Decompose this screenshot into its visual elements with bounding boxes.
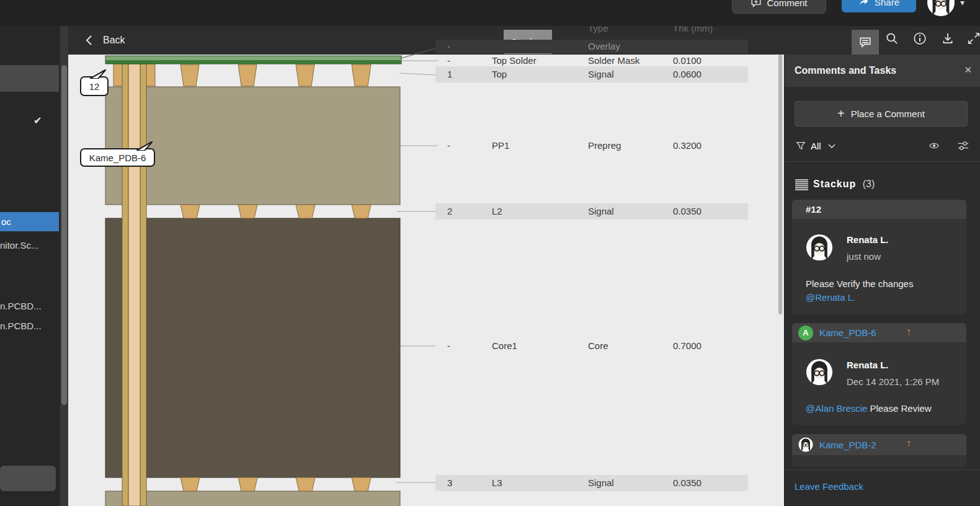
- cell-layer-num: -: [447, 40, 450, 53]
- avatar: [806, 234, 833, 261]
- avatar: [798, 437, 813, 452]
- stackup-section-header[interactable]: Stackup (3): [813, 179, 875, 190]
- cell-layer-type: Signal: [588, 66, 614, 82]
- comment-icon: [858, 35, 872, 49]
- share-button[interactable]: Share: [842, 0, 916, 12]
- cell-layer-type: Signal: [588, 203, 614, 220]
- stackup-cross-section: [68, 55, 780, 506]
- sidebar-scrollbar-thumb[interactable]: [61, 65, 67, 405]
- cell-layer-thk: 0.0350: [673, 203, 702, 220]
- back-label: Back: [103, 35, 125, 46]
- comment-author: Renata L.: [847, 234, 889, 245]
- document-sidebar: ✔ oc nitor.Sc... n.PCBD... n.PCBD...: [0, 26, 68, 506]
- stackup-viewer-canvas[interactable]: [68, 55, 780, 506]
- comment-marker-kame-pdb-6[interactable]: Kame_PDB-6: [80, 148, 155, 167]
- cell-layer-name: Core1: [492, 338, 517, 354]
- document-link[interactable]: Kame_PDB-6: [819, 327, 876, 338]
- chevron-down-icon[interactable]: [828, 144, 835, 149]
- table-row[interactable]: - PP1 Prepreg 0.3200: [435, 138, 748, 154]
- app-window: Back Type Thk (mm) Stackup - Overlay - T…: [0, 0, 980, 506]
- filter-icon[interactable]: [795, 140, 806, 151]
- table-row[interactable]: 1 Top Signal 0.0600: [435, 66, 748, 82]
- cell-layer-num: -: [447, 138, 450, 154]
- resize-icon[interactable]: [967, 32, 980, 45]
- sidebar-bottom-button[interactable]: [0, 466, 56, 491]
- comment-marker-label: 12: [89, 81, 100, 92]
- comments-panel-header: Comments and Tasks ✕: [785, 55, 980, 87]
- avatar: [806, 358, 833, 386]
- table-row[interactable]: 2 L2 Signal 0.0350: [435, 203, 748, 220]
- leader-lines: [396, 61, 438, 482]
- cell-layer-thk: 0.7000: [673, 338, 702, 354]
- sidebar-item[interactable]: n.PCBD...: [0, 321, 42, 331]
- callout-tail: [90, 69, 106, 79]
- cell-layer-name: L3: [492, 475, 502, 491]
- comment-message: Please Review: [870, 403, 931, 414]
- arrow-up-icon[interactable]: ↑: [906, 326, 911, 337]
- via-barrel: [122, 64, 146, 506]
- cell-layer-num: 1: [447, 66, 452, 82]
- leave-feedback-link[interactable]: Leave Feedback: [795, 481, 863, 492]
- table-row[interactable]: - Overlay: [435, 40, 748, 53]
- divider: [785, 469, 980, 470]
- cell-layer-thk: 0.0350: [673, 475, 702, 491]
- comment-button-label: Comment: [767, 0, 807, 8]
- info-icon[interactable]: [913, 32, 927, 45]
- cell-layer-type: Prepreg: [588, 138, 621, 154]
- cell-layer-type: Signal: [588, 475, 614, 491]
- search-icon[interactable]: [885, 32, 899, 45]
- cell-layer-type: Overlay: [588, 40, 620, 53]
- place-comment-button[interactable]: + Place a Comment: [795, 101, 968, 126]
- comment-button[interactable]: Comment: [732, 0, 826, 14]
- mention-link[interactable]: @Renata L.: [806, 292, 855, 303]
- panel-title: Comments and Tasks: [795, 55, 896, 87]
- comment-card: A Kame_PDB-6 ↑ Renata L. Dec 14 2021, 1:…: [792, 323, 966, 425]
- cell-layer-thk: 0.3200: [673, 138, 702, 154]
- comment-card-header[interactable]: #12: [792, 200, 966, 219]
- callout-tail: [136, 141, 153, 151]
- back-button[interactable]: Back: [86, 26, 125, 55]
- download-icon[interactable]: [941, 32, 955, 45]
- cell-layer-num: -: [447, 338, 450, 354]
- cell-layer-num: 2: [447, 203, 452, 220]
- place-comment-label: Place a Comment: [851, 109, 925, 119]
- stackup-section-icon: [795, 179, 808, 191]
- comment-marker-12[interactable]: 12: [80, 76, 109, 96]
- filter-dropdown[interactable]: All: [811, 141, 821, 151]
- mention-link[interactable]: @Alan Brescie: [806, 403, 867, 414]
- sidebar-item-active[interactable]: oc: [0, 212, 59, 231]
- comment-time: Dec 14 2021, 1:26 PM: [847, 376, 939, 387]
- sidebar-item[interactable]: n.PCBD...: [0, 301, 42, 311]
- comments-panel: Comments and Tasks ✕ + Place a Comment A…: [784, 55, 980, 506]
- chevron-left-icon: [86, 35, 93, 46]
- cell-layer-name: Top: [492, 66, 507, 82]
- canvas-vertical-scrollbar[interactable]: [778, 55, 782, 314]
- comment-card-header[interactable]: Kame_PDB-2 ↑: [792, 434, 966, 455]
- arrow-up-icon[interactable]: ↑: [906, 438, 911, 449]
- share-icon: [858, 0, 870, 7]
- close-icon[interactable]: ✕: [964, 64, 972, 76]
- comment-message-line: @Alan BresciePlease Review: [806, 403, 932, 414]
- cell-layer-type: Core: [588, 338, 608, 354]
- sidebar-item[interactable]: [0, 65, 59, 92]
- caret-down-icon[interactable]: ▾: [960, 0, 964, 7]
- sliders-icon[interactable]: [957, 140, 969, 151]
- document-link[interactable]: Kame_PDB-2: [819, 440, 876, 450]
- cell-layer-name: L2: [492, 203, 502, 220]
- check-icon: ✔: [33, 115, 42, 126]
- sidebar-item[interactable]: nitor.Sc...: [0, 240, 39, 251]
- comment-id: #12: [806, 204, 821, 215]
- sidebar-item-label: oc: [1, 216, 11, 227]
- table-row[interactable]: - Core1 Core 0.7000: [435, 338, 748, 354]
- user-avatar[interactable]: [927, 0, 955, 17]
- comments-toggle-button[interactable]: [852, 30, 879, 55]
- cell-layer-name: PP1: [492, 138, 509, 154]
- avatar-initial: A: [798, 326, 813, 340]
- table-row[interactable]: 3 L3 Signal 0.0350: [435, 475, 748, 491]
- comment-plus-icon: [751, 0, 762, 8]
- comment-card-header[interactable]: A Kame_PDB-6 ↑: [792, 323, 966, 342]
- eye-icon[interactable]: [928, 140, 940, 151]
- plus-icon: +: [837, 107, 845, 121]
- cell-layer-thk: 0.0600: [673, 66, 702, 82]
- divider: [785, 161, 980, 162]
